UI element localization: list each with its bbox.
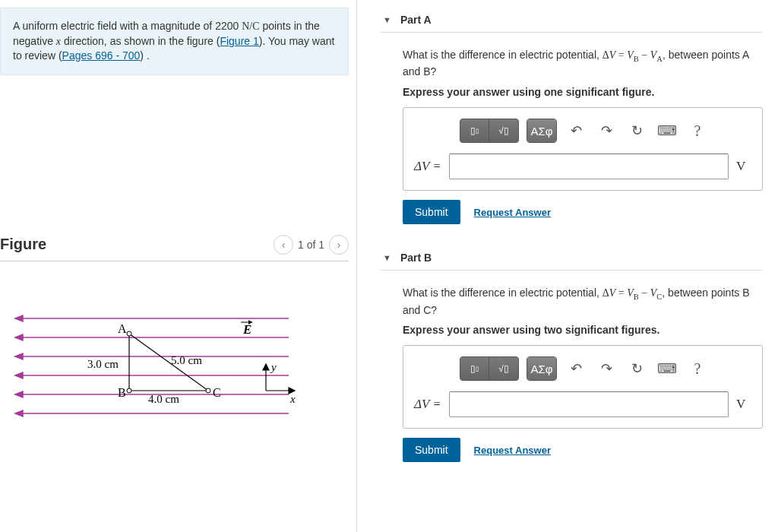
x-axis-label: x: [289, 393, 296, 405]
pager-label: 1 of 1: [298, 239, 324, 251]
part-a-answer-label: ΔV =: [414, 159, 441, 174]
part-b-question: What is the difference in electric poten…: [403, 286, 763, 318]
redo-button[interactable]: ↷: [595, 357, 618, 380]
problem-text: direction, as shown in the figure (: [61, 35, 220, 47]
caret-down-icon: ▼: [383, 253, 391, 262]
field-unit: N/C: [242, 21, 259, 32]
redo-button[interactable]: ↷: [595, 119, 618, 142]
help-button[interactable]: ?: [686, 357, 709, 380]
figure-diagram: A B C 3.0 cm 5.0 cm 4.0 cm E y x: [0, 307, 349, 431]
svg-marker-1: [15, 315, 23, 321]
caret-down-icon: ▼: [383, 15, 391, 24]
part-a-answer-box: ▯▯ √▯ ΑΣφ ↶ ↷ ↻ ⌨ ? ΔV = V: [403, 107, 763, 191]
part-a-title: Part A: [400, 14, 432, 26]
e-vector-label: E: [242, 322, 251, 337]
svg-point-15: [127, 331, 131, 336]
part-b-unit: V: [736, 397, 751, 412]
part-a-equation: ΔV = VB − VA: [602, 49, 663, 61]
undo-button[interactable]: ↶: [565, 119, 587, 142]
part-b-request-answer-link[interactable]: Request Answer: [474, 445, 551, 456]
y-axis-label: y: [270, 361, 277, 373]
svg-marker-9: [15, 391, 23, 397]
part-b-header[interactable]: ▼ Part B: [380, 245, 763, 271]
greek-button[interactable]: ΑΣφ: [527, 357, 556, 380]
point-a-label: A: [118, 322, 127, 335]
part-b-answer-input[interactable]: [449, 391, 729, 417]
dim-ab: 3.0 cm: [87, 358, 119, 370]
reset-button[interactable]: ↻: [625, 357, 648, 380]
figure-pager: ‹ 1 of 1 ›: [274, 235, 349, 255]
problem-statement: A uniform electric field with a magnitud…: [0, 8, 349, 75]
figure-title: Figure: [0, 236, 46, 253]
pages-link[interactable]: Pages 696 - 700: [62, 49, 141, 62]
problem-text: ) .: [140, 49, 149, 62]
svg-marker-3: [15, 334, 23, 340]
part-a-submit-button[interactable]: Submit: [403, 200, 460, 224]
part-a-unit: V: [736, 159, 751, 174]
part-b-submit-button[interactable]: Submit: [403, 438, 460, 462]
part-a-request-answer-link[interactable]: Request Answer: [474, 207, 551, 218]
part-b-answer-box: ▯▯ √▯ ΑΣφ ↶ ↷ ↻ ⌨ ? ΔV = V: [403, 345, 763, 429]
figure-link[interactable]: Figure 1: [220, 35, 258, 47]
next-figure-button[interactable]: ›: [329, 235, 349, 255]
part-a-answer-input[interactable]: [449, 154, 729, 179]
svg-marker-21: [263, 364, 269, 370]
dim-ac: 5.0 cm: [171, 354, 202, 366]
template-button[interactable]: ▯▯: [460, 119, 489, 142]
part-a-header[interactable]: ▼ Part A: [380, 8, 763, 33]
part-a-question: What is the difference in electric poten…: [403, 48, 763, 80]
problem-text: A uniform electric field with a magnitud…: [13, 20, 242, 32]
part-b-equation: ΔV = VB − VC: [602, 287, 663, 299]
fraction-button[interactable]: √▯: [489, 357, 518, 380]
svg-marker-7: [15, 372, 23, 378]
part-a-instruction: Express your answer using one significan…: [403, 86, 763, 98]
greek-button[interactable]: ΑΣφ: [527, 119, 556, 142]
template-button[interactable]: ▯▯: [460, 357, 489, 380]
help-button[interactable]: ?: [686, 119, 709, 142]
reset-button[interactable]: ↻: [625, 119, 648, 142]
fraction-button[interactable]: √▯: [489, 119, 518, 142]
svg-point-17: [206, 388, 210, 393]
svg-marker-11: [15, 410, 23, 416]
point-c-label: C: [213, 386, 221, 399]
prev-figure-button[interactable]: ‹: [274, 235, 293, 255]
dim-bc: 4.0 cm: [148, 393, 179, 405]
svg-marker-5: [15, 353, 23, 359]
undo-button[interactable]: ↶: [565, 357, 587, 380]
keyboard-button[interactable]: ⌨: [656, 119, 678, 142]
part-b-instruction: Express your answer using two significan…: [403, 324, 763, 336]
part-b-answer-label: ΔV =: [414, 397, 441, 412]
point-b-label: B: [118, 386, 126, 399]
svg-point-16: [127, 388, 131, 393]
part-b-title: Part B: [400, 252, 432, 264]
keyboard-button[interactable]: ⌨: [656, 357, 678, 380]
